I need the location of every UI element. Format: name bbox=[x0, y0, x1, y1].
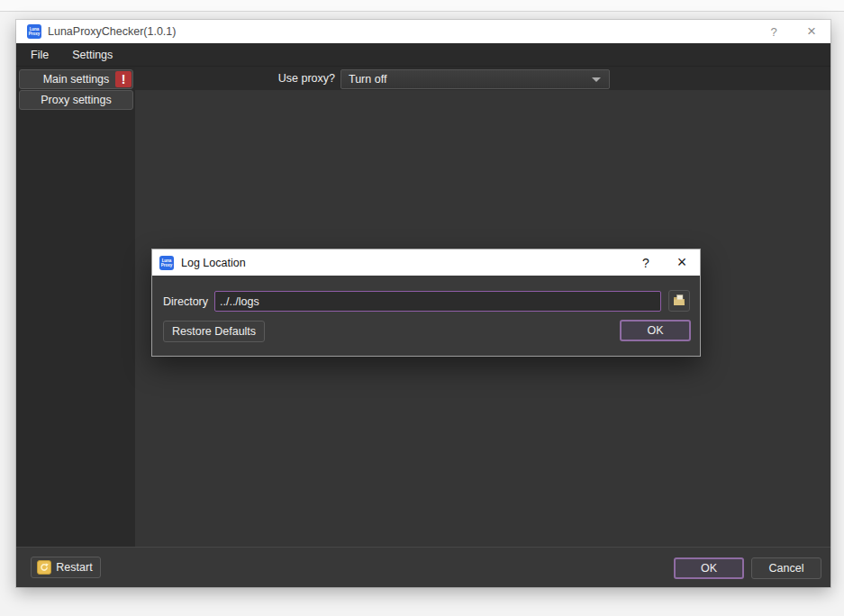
sidebar: Main settings ! Proxy settings bbox=[16, 67, 135, 547]
window-close-button[interactable]: × bbox=[793, 20, 830, 43]
restart-icon bbox=[37, 560, 51, 575]
dialog-help-button[interactable]: ? bbox=[628, 249, 664, 276]
use-proxy-selected-value: Turn off bbox=[349, 73, 386, 86]
desktop-background-strip bbox=[0, 0, 844, 11]
app-logo-text-line2: Proxy bbox=[161, 263, 173, 267]
app-window: Luna Proxy LunaProxyChecker(1.0.1) ? × F… bbox=[16, 20, 830, 587]
desktop-divider-line bbox=[0, 11, 844, 12]
menubar: File Settings bbox=[16, 43, 830, 67]
app-logo-icon: Luna Proxy bbox=[159, 256, 174, 270]
use-proxy-row: Use proxy? Turn off bbox=[135, 67, 830, 90]
window-help-button[interactable]: ? bbox=[755, 20, 793, 43]
chevron-down-icon bbox=[592, 77, 601, 82]
dialog-controls: ? × bbox=[628, 249, 700, 276]
window-title: LunaProxyChecker(1.0.1) bbox=[48, 25, 176, 38]
window-controls: ? × bbox=[755, 20, 830, 43]
app-logo-text-line2: Proxy bbox=[29, 32, 41, 36]
warning-badge: ! bbox=[115, 71, 132, 87]
directory-input[interactable] bbox=[214, 291, 661, 312]
menu-file[interactable]: File bbox=[31, 43, 56, 67]
dialog-body: Directory Restore Defaults OK bbox=[152, 276, 700, 357]
use-proxy-dropdown[interactable]: Turn off bbox=[340, 69, 610, 89]
dialog-titlebar[interactable]: Luna Proxy Log Location ? × bbox=[152, 249, 700, 276]
restart-button[interactable]: Restart bbox=[31, 557, 101, 578]
restore-defaults-button[interactable]: Restore Defaults bbox=[163, 321, 265, 342]
menu-settings[interactable]: Settings bbox=[65, 43, 120, 67]
directory-label: Directory bbox=[163, 291, 208, 312]
dialog-close-button[interactable]: × bbox=[664, 249, 700, 276]
browse-folder-button[interactable] bbox=[668, 290, 690, 312]
sidebar-tab-label: Proxy settings bbox=[41, 94, 112, 106]
footer-cancel-button[interactable]: Cancel bbox=[751, 557, 821, 579]
sidebar-tab-main-settings[interactable]: Main settings ! bbox=[19, 69, 133, 89]
app-logo-icon: Luna Proxy bbox=[27, 24, 41, 39]
use-proxy-label: Use proxy? bbox=[278, 67, 335, 90]
sidebar-tab-proxy-settings[interactable]: Proxy settings bbox=[19, 90, 133, 110]
dialog-title: Log Location bbox=[181, 257, 246, 269]
dialog-ok-button[interactable]: OK bbox=[620, 320, 691, 341]
folder-open-icon bbox=[672, 293, 686, 310]
footer-bar: Restart OK Cancel bbox=[16, 547, 830, 587]
restart-label: Restart bbox=[56, 561, 92, 574]
footer-ok-button[interactable]: OK bbox=[674, 557, 744, 579]
log-location-dialog: Luna Proxy Log Location ? × Directory bbox=[151, 249, 701, 357]
sidebar-tab-label: Main settings bbox=[43, 73, 110, 86]
window-titlebar[interactable]: Luna Proxy LunaProxyChecker(1.0.1) ? × bbox=[16, 20, 830, 43]
